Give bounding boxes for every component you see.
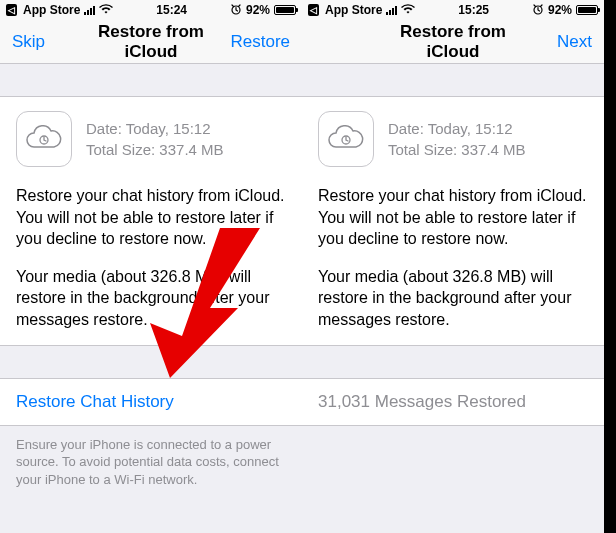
skip-button[interactable]: Skip	[12, 32, 72, 52]
icloud-icon	[318, 111, 374, 167]
restore-description-1: Restore your chat history from iCloud. Y…	[318, 185, 588, 250]
status-bar: ◁ App Store 15:24 92%	[0, 0, 302, 20]
battery-icon	[576, 5, 598, 15]
nav-bar: Restore from iCloud Next	[302, 20, 604, 64]
backup-date: Date: Today, 15:12	[388, 118, 526, 139]
nav-bar: Skip Restore from iCloud Restore	[0, 20, 302, 64]
alarm-icon	[230, 3, 242, 18]
clock: 15:24	[156, 3, 187, 17]
phone-left: ◁ App Store 15:24 92% Skip Restore from …	[0, 0, 302, 533]
backup-info-block: Date: Today, 15:12 Total Size: 337.4 MB …	[302, 96, 604, 346]
back-to-app-badge[interactable]: ◁	[308, 4, 319, 16]
app-store-label[interactable]: App Store	[325, 3, 382, 17]
battery-pct: 92%	[548, 3, 572, 17]
backup-date: Date: Today, 15:12	[86, 118, 224, 139]
battery-icon	[274, 5, 296, 15]
cellular-icon	[84, 6, 95, 15]
alarm-icon	[532, 3, 544, 18]
restore-button[interactable]: Restore	[230, 32, 290, 52]
next-button[interactable]: Next	[532, 32, 592, 52]
cellular-icon	[386, 6, 397, 15]
phone-right: ◁ App Store 15:25 92% Restore from iClou…	[302, 0, 604, 533]
restore-description-2: Your media (about 326.8 MB) will restore…	[318, 266, 588, 331]
backup-info-block: Date: Today, 15:12 Total Size: 337.4 MB …	[0, 96, 302, 346]
app-store-label[interactable]: App Store	[23, 3, 80, 17]
status-bar: ◁ App Store 15:25 92%	[302, 0, 604, 20]
backup-size: Total Size: 337.4 MB	[86, 139, 224, 160]
page-title: Restore from iCloud	[374, 22, 532, 62]
back-to-app-badge[interactable]: ◁	[6, 4, 17, 16]
wifi-icon	[401, 3, 415, 17]
icloud-icon	[16, 111, 72, 167]
restore-description-1: Restore your chat history from iCloud. Y…	[16, 185, 286, 250]
battery-pct: 92%	[246, 3, 270, 17]
clock: 15:25	[458, 3, 489, 17]
wifi-icon	[99, 3, 113, 17]
page-title: Restore from iCloud	[72, 22, 230, 62]
restore-description-2: Your media (about 326.8 MB) will restore…	[16, 266, 286, 331]
footer-hint: Ensure your iPhone is connected to a pow…	[0, 426, 302, 499]
backup-size: Total Size: 337.4 MB	[388, 139, 526, 160]
messages-restored-status: 31,031 Messages Restored	[302, 378, 604, 426]
restore-chat-history-button[interactable]: Restore Chat History	[0, 378, 302, 426]
